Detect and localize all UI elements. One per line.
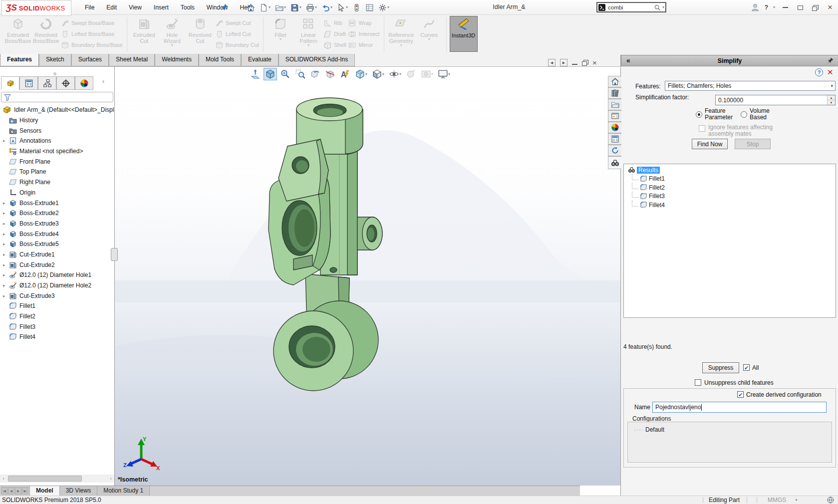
options-button[interactable]: ▾ (377, 2, 390, 13)
linear-pattern-button[interactable]: Linear Pattern▾ (294, 16, 322, 52)
view-settings-button[interactable]: ▾ (436, 68, 452, 80)
tree-item-cut-extrude1[interactable]: ▸Cut-Extrude1 (0, 250, 114, 260)
expand-arrow-icon[interactable]: ▸ (3, 232, 9, 237)
expand-arrow-icon[interactable]: ▸ (3, 201, 9, 206)
menu-edit[interactable]: Edit (101, 2, 122, 12)
boundary-cut-button[interactable]: Boundary Cut (215, 40, 259, 50)
dropdown-caret-icon[interactable]: ▾ (399, 73, 401, 76)
features-combobox[interactable]: Fillets; Chamfers; Holes ▾ (665, 81, 836, 91)
tree-item-12-0-12-diameter-hole2[interactable]: ▸Ø12.0 (12) Diameter Hole2 (0, 280, 114, 291)
undo-button[interactable]: ▾ (320, 2, 333, 13)
doc-tab-3d-views[interactable]: 3D Views (60, 486, 97, 496)
swept-cut-button[interactable]: Swept Cut (215, 18, 259, 28)
document-restore-button[interactable] (582, 59, 588, 66)
dropdown-caret-icon[interactable]: ▾ (346, 6, 348, 9)
new-document-button[interactable]: ▾ (259, 2, 272, 13)
expand-arrow-icon[interactable]: ▸ (3, 221, 9, 226)
revolved-cut-button[interactable]: Revolved Cut (186, 16, 214, 52)
tab-sketch[interactable]: Sketch (39, 54, 71, 66)
tree-horizontal-scrollbar[interactable]: ‹ › (0, 475, 114, 483)
help-icon[interactable]: ? (815, 68, 823, 76)
expand-arrow-icon[interactable]: ▸ (3, 242, 9, 247)
doc-tab-motion-study-1[interactable]: Motion Study 1 (97, 486, 150, 496)
volume-based-radio[interactable] (741, 111, 747, 118)
task-pane-header[interactable]: « Simplify (621, 55, 838, 66)
dropdown-caret-icon[interactable]: ▾ (431, 73, 433, 76)
help-dropdown-icon[interactable]: ▾ (773, 6, 775, 9)
pin-pane-icon[interactable] (827, 57, 834, 64)
view-cube-button[interactable] (264, 68, 277, 80)
select-button[interactable]: ▾ (336, 2, 349, 13)
task-pane-tab-file-explorer[interactable] (608, 99, 621, 110)
extruded-cut-button[interactable]: Extruded Cut (130, 16, 158, 52)
search-dropdown-icon[interactable]: ▾ (662, 6, 664, 9)
prev-tab-icon[interactable]: ◀ (8, 487, 14, 495)
wrap-button[interactable]: Wrap (348, 18, 379, 28)
draft-button[interactable]: Draft (323, 29, 346, 39)
last-tab-icon[interactable]: ▶| (22, 487, 28, 495)
lofted-cut-button[interactable]: Lofted Cut (215, 29, 259, 39)
fullscreen-button[interactable] (795, 2, 805, 12)
expand-arrow-icon[interactable]: ▸ (3, 293, 9, 298)
fm-tab-dimxpert[interactable] (56, 76, 75, 90)
instant3d-button[interactable]: Instant3D (450, 16, 478, 52)
simplification-factor-input[interactable]: 0.100000 ▲▼ (715, 95, 836, 105)
tab-weldments[interactable]: Weldments (155, 54, 199, 66)
tree-item-boss-extrude1[interactable]: ▸Boss-Extrude1 (0, 198, 114, 208)
document-close-button[interactable]: × (592, 58, 597, 67)
menu-view[interactable]: View (124, 2, 147, 12)
dropdown-caret-icon[interactable]: ▾ (382, 73, 384, 76)
feature-parameter-radio[interactable] (696, 111, 702, 118)
open-button[interactable]: ▾ (274, 2, 287, 13)
task-pane-tab-design-library[interactable] (608, 87, 621, 99)
task-pane-tab-view-palette[interactable] (608, 110, 621, 122)
result-item-fillet4[interactable]: Fillet4 (628, 201, 836, 210)
revolved-boss-base-button[interactable]: Revolved Boss/Base (32, 16, 60, 52)
intersect-button[interactable]: Intersect (348, 29, 379, 39)
print-button[interactable]: ▾ (305, 2, 318, 13)
dropdown-caret-icon[interactable]: ▾ (284, 6, 286, 9)
apply-scene-button[interactable]: ▾ (419, 68, 435, 80)
fm-tab-part[interactable] (1, 76, 19, 90)
section-view-button[interactable] (323, 68, 337, 80)
tree-item-boss-extrude3[interactable]: ▸Boss-Extrude3 (0, 219, 114, 229)
tab-mold-tools[interactable]: Mold Tools (199, 54, 241, 66)
tree-item-fillet3[interactable]: Fillet3 (0, 321, 114, 332)
dropdown-caret-icon[interactable]: ▾ (307, 44, 309, 47)
zoom-area-button[interactable] (293, 68, 307, 80)
zoom-fit-button[interactable] (279, 68, 292, 80)
curves-button[interactable]: Curves▾ (415, 16, 443, 52)
orientation-arrow-button[interactable] (249, 68, 262, 80)
result-item-fillet2[interactable]: Fillet2 (628, 183, 836, 192)
collapse-panel-left-icon[interactable]: ◀ (548, 59, 556, 66)
units-caret-icon[interactable]: ▲ (795, 498, 798, 501)
tree-root-item[interactable]: Idler Arm_& (Default<<Default>_Display (0, 105, 114, 115)
task-pane-tab-search-results[interactable] (608, 156, 621, 169)
display-style-button[interactable]: ▾ (370, 68, 386, 80)
tree-item-history[interactable]: History (0, 115, 114, 126)
dropdown-caret-icon[interactable]: ▾ (299, 6, 301, 9)
tree-item-right-plane[interactable]: Right Plane (0, 177, 114, 188)
user-icon[interactable] (751, 3, 760, 12)
first-tab-icon[interactable]: |◀ (1, 487, 7, 495)
tab-surfaces[interactable]: Surfaces (71, 54, 109, 66)
tree-item-material-not-specified[interactable]: Material <not specified> (0, 146, 114, 157)
tree-item-origin[interactable]: Origin (0, 188, 114, 198)
tree-item-boss-extrude5[interactable]: ▸Boss-Extrude5 (0, 239, 114, 250)
file-properties-button[interactable] (364, 2, 375, 13)
hole-wizard-button[interactable]: Hole Wizard▾ (158, 16, 186, 52)
expand-panel-right-icon[interactable]: ▶ (560, 59, 567, 66)
scroll-right-icon[interactable]: › (107, 475, 114, 482)
edit-appearance-button[interactable] (404, 68, 418, 80)
fm-tab-display-manager[interactable] (19, 76, 38, 90)
panel-splitter-handle[interactable] (111, 248, 118, 261)
panel-grip[interactable] (53, 72, 56, 75)
home-button[interactable] (246, 2, 256, 13)
tree-item-fillet1[interactable]: Fillet1 (0, 301, 114, 311)
results-root-item[interactable]: Results (628, 166, 836, 175)
configuration-item[interactable]: ···· Default (634, 425, 832, 434)
dropdown-caret-icon[interactable]: ▾ (365, 73, 367, 76)
document-minimize-button[interactable] (572, 59, 577, 66)
menu-insert[interactable]: Insert (149, 2, 174, 12)
shell-button[interactable]: Shell (323, 40, 346, 50)
